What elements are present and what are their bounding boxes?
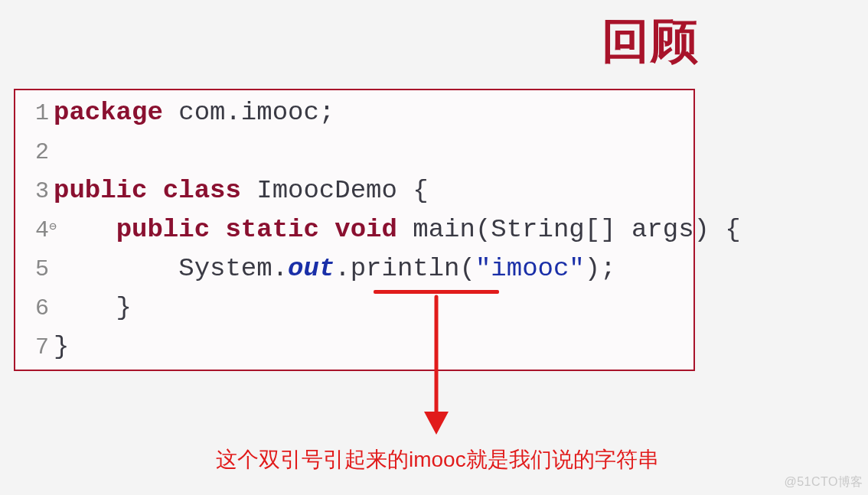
code-token: } <box>54 293 132 322</box>
code-token: .println( <box>334 254 475 283</box>
line-number: 1 <box>15 96 54 131</box>
code-token: "imooc" <box>475 254 585 283</box>
line-number: 3 <box>15 174 54 209</box>
code-token: com.imooc; <box>163 98 334 127</box>
code-line: 3public class ImoocDemo { <box>15 171 693 210</box>
code-token: public class <box>54 176 241 205</box>
code-token: System. <box>54 254 288 283</box>
code-block: 1package com.imooc;2 3public class Imooc… <box>14 89 695 371</box>
code-token: package <box>54 98 163 127</box>
code-content: public class ImoocDemo { <box>54 171 693 210</box>
code-line: 6 } <box>15 288 693 327</box>
code-content: System.out.println("imooc"); <box>54 249 693 288</box>
code-line: 7} <box>15 327 693 366</box>
code-line: 4⊖ public static void main(String[] args… <box>15 210 693 249</box>
code-content <box>54 132 693 171</box>
line-number: 5 <box>15 252 54 287</box>
line-number: 7 <box>15 331 54 365</box>
code-token: } <box>54 332 69 361</box>
code-token: ); <box>585 254 616 283</box>
code-line: 5 System.out.println("imooc"); <box>15 249 693 288</box>
code-content: package com.imooc; <box>54 93 693 132</box>
code-content: public static void main(String[] args) { <box>54 210 741 249</box>
line-number: 4⊖ <box>15 213 54 248</box>
code-content: } <box>54 327 693 366</box>
code-token: ImoocDemo { <box>241 176 429 205</box>
svg-marker-1 <box>424 412 449 435</box>
annotation-caption: 这个双引号引起来的imooc就是我们说的字符串 <box>216 445 659 474</box>
code-token: public static void <box>116 215 397 244</box>
line-number: 6 <box>15 291 54 326</box>
code-token: out <box>288 254 334 283</box>
watermark: @51CTO博客 <box>784 474 863 490</box>
fold-marker-icon: ⊖ <box>49 218 57 236</box>
code-content: } <box>54 288 693 327</box>
code-token <box>54 215 116 244</box>
annotation-underline <box>374 290 499 294</box>
line-number: 2 <box>15 135 54 170</box>
page-title: 回顾 <box>602 9 700 73</box>
code-line: 1package com.imooc; <box>15 93 693 132</box>
code-line: 2 <box>15 132 693 171</box>
code-token: main(String[] args) { <box>397 215 741 244</box>
